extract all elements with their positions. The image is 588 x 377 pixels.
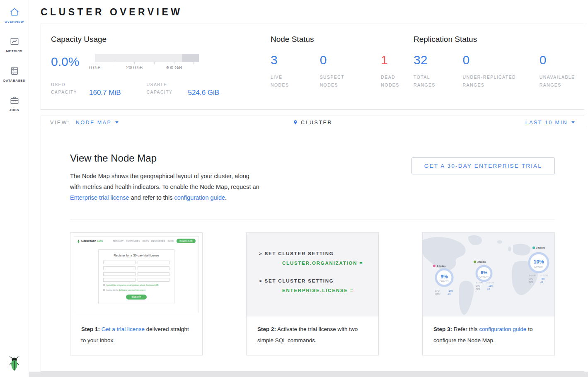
live-nodes-value: 3	[271, 54, 301, 66]
step-2-card: > SET CLUSTER SETTING CLUSTER.ORGANIZATI…	[246, 232, 379, 355]
svg-text:10%: 10%	[533, 259, 544, 265]
node-map-intro: View the Node Map The Node Map shows the…	[70, 152, 261, 203]
sql-setting: ENTERPRISE.LICENSE =	[259, 288, 378, 293]
mini-registration-form: Register for a 30-day trial license I w	[98, 249, 174, 304]
node-map-description: The Node Map shows the geographical layo…	[70, 171, 261, 203]
replication-status-title: Replication Status	[414, 35, 584, 44]
chevron-down-icon	[571, 121, 575, 123]
sidebar-item-overview[interactable]: OVERVIEW	[0, 7, 29, 24]
node-status-section: Node Status 3 LIVE NODES 0 SUSPECT NODES…	[271, 35, 414, 97]
node-map-preview: 2 Nodes 9% CAPACITY CPU +17% QPS 4.3	[423, 233, 554, 317]
svg-text:CAPACITY: CAPACITY	[479, 276, 489, 278]
used-capacity-value: 160.7 MiB	[89, 89, 121, 97]
step-3-caption: Step 3: Refer this configuration guide t…	[423, 317, 554, 355]
sidebar: OVERVIEW METRICS	[0, 0, 29, 377]
usable-capacity-value: 524.6 GiB	[188, 89, 220, 97]
svg-text:CPU: CPU	[435, 290, 440, 292]
svg-text:4.2: 4.2	[540, 281, 543, 283]
svg-text:9%: 9%	[440, 274, 448, 280]
svg-text:3.2 GiB: 3.2 GiB	[476, 281, 483, 284]
home-icon	[9, 7, 20, 17]
svg-text:6%: 6%	[481, 270, 487, 275]
svg-text:3 Nodes: 3 Nodes	[536, 247, 545, 249]
mini-submit-button: SUBMIT	[126, 295, 146, 300]
get-trial-license-link[interactable]: Get a trial license	[102, 326, 145, 332]
tick-label: 400 GiB	[166, 65, 182, 70]
step-1-caption: Step 1: Get a trial license delivered st…	[70, 317, 202, 355]
capacity-bar: 0 GiB 200 GiB 400 GiB	[95, 54, 199, 71]
used-capacity-label: USED CAPACITY	[51, 81, 81, 96]
svg-text:QPS: QPS	[529, 281, 533, 283]
under-replicated-ranges-stat: 0 UNDER-REPLICATED RANGES	[463, 54, 520, 89]
tick-label: 0 GiB	[89, 65, 101, 70]
usable-capacity-stat: USABLE CAPACITY 524.6 GiB	[147, 81, 220, 96]
under-replicated-ranges-value: 0	[463, 54, 520, 66]
tick-label: 200 GiB	[126, 65, 143, 70]
total-ranges-label: TOTAL RANGES	[414, 75, 436, 87]
capacity-bar-segment	[182, 54, 199, 62]
unavailable-ranges-stat: 0 UNAVAILABLE RANGES	[540, 54, 584, 89]
time-range-dropdown[interactable]: LAST 10 MIN	[525, 120, 575, 126]
dead-nodes-stat: 1 DEAD NODES	[381, 54, 414, 89]
cockroach-logo-icon	[9, 355, 20, 373]
svg-text:3 Nodes: 3 Nodes	[477, 261, 486, 263]
setup-steps: Cockroach LABS PRODUCT CUSTOMERS DOCS RE…	[70, 232, 555, 355]
sql-command: > SET CLUSTER SETTING	[259, 278, 378, 283]
unavailable-ranges-label: UNAVAILABLE RANGES	[540, 75, 575, 87]
sidebar-item-metrics[interactable]: METRICS	[0, 36, 29, 53]
total-ranges-value: 32	[414, 54, 444, 66]
page-title: CLUSTER OVERVIEW	[41, 7, 584, 18]
map-pin-icon	[293, 119, 298, 126]
live-nodes-label: LIVE NODES	[271, 75, 289, 87]
sql-setting: CLUSTER.ORGANIZATION =	[259, 261, 378, 266]
cluster-summary-card: Capacity Usage 0.0% 0 GiB 200 GiB	[41, 24, 584, 110]
metrics-icon	[9, 36, 20, 47]
divider	[70, 220, 555, 220]
configuration-guide-link[interactable]: configuration guide	[174, 194, 225, 201]
svg-text:6.1: 6.1	[487, 288, 490, 290]
sidebar-item-databases[interactable]: DATABASES	[0, 65, 29, 82]
enterprise-trial-button[interactable]: GET A 30-DAY ENTERPRISE TRIAL	[411, 157, 555, 174]
live-nodes-stat: 3 LIVE NODES	[271, 54, 301, 89]
step-1-thumbnail: Cockroach LABS PRODUCT CUSTOMERS DOCS RE…	[70, 233, 202, 317]
mini-form-title: Register for a 30-day trial license	[103, 254, 169, 257]
capacity-percent: 0.0%	[51, 54, 95, 68]
svg-text:2 Nodes: 2 Nodes	[437, 265, 445, 267]
sql-command: > SET CLUSTER SETTING	[259, 251, 378, 256]
mini-download-button: DOWNLOAD	[177, 239, 196, 243]
svg-text:QPS: QPS	[476, 288, 480, 290]
chevron-down-icon	[115, 121, 119, 123]
node-map-panel: View the Node Map The Node Map shows the…	[41, 129, 584, 372]
svg-text:+12%: +12%	[487, 285, 493, 287]
suspect-nodes-stat: 0 SUSPECT NODES	[320, 54, 362, 89]
svg-text:CPU: CPU	[476, 285, 480, 287]
view-selector-dropdown[interactable]: NODE MAP	[76, 120, 119, 126]
dead-nodes-value: 1	[381, 54, 414, 66]
svg-text:512 GiB: 512 GiB	[540, 274, 548, 277]
mini-nav: PRODUCT CUSTOMERS DOCS RESOURCES BLOG	[110, 240, 174, 242]
capacity-bar-ticks	[95, 62, 199, 65]
cockroach-logo-icon	[77, 239, 80, 243]
step-1-card: Cockroach LABS PRODUCT CUSTOMERS DOCS RE…	[70, 232, 203, 355]
app-root: OVERVIEW METRICS	[0, 0, 588, 377]
svg-text:QPS: QPS	[435, 293, 440, 295]
enterprise-trial-license-link[interactable]: Enterprise trial license	[70, 194, 129, 201]
sidebar-item-label: JOBS	[10, 108, 19, 112]
total-ranges-stat: 32 TOTAL RANGES	[414, 54, 444, 89]
view-bar: CLUSTER VIEW: NODE MAP LAST 10 MIN	[41, 116, 584, 129]
svg-text:CPU: CPU	[529, 278, 533, 280]
sidebar-item-label: OVERVIEW	[5, 20, 24, 24]
mini-brand: Cockroach	[81, 239, 96, 242]
svg-text:512 GiB: 512 GiB	[486, 281, 494, 284]
sidebar-item-jobs[interactable]: JOBS	[0, 95, 29, 112]
svg-text:CAPACITY: CAPACITY	[534, 266, 543, 268]
configuration-guide-link[interactable]: configuration guide	[479, 326, 526, 332]
view-label: VIEW:	[50, 120, 70, 126]
mini-brand-suffix: LABS	[97, 240, 103, 242]
sidebar-item-label: METRICS	[6, 49, 22, 53]
mini-updates-checkbox: I would like to receive email updates ab…	[103, 284, 169, 287]
sidebar-item-label: DATABASES	[3, 79, 25, 82]
under-replicated-ranges-label: UNDER-REPLICATED RANGES	[463, 75, 516, 87]
replication-status-section: Replication Status 32 TOTAL RANGES 0 UND…	[414, 35, 584, 97]
svg-text:+17%: +17%	[448, 290, 453, 292]
